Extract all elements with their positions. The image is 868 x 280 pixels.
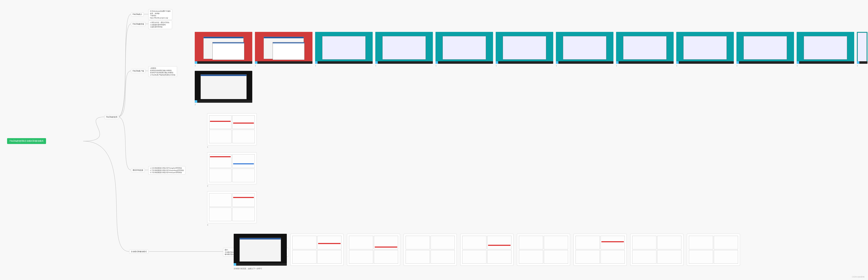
server-line-2: 3.服务器管理界面: [150, 26, 170, 28]
test-thumb-3[interactable]: [207, 191, 257, 223]
node-intro[interactable]: FileZilla简介: [131, 12, 144, 16]
client-thumb-4-label: 1: [375, 65, 376, 67]
client-line-3: 2.FileZilla客户端的使用(通过式安装): [150, 74, 176, 76]
client-thumb-9[interactable]: [676, 32, 734, 64]
test-text: 1.主目录权限显示界面-用户zengsha管理界面 2.子目录权限显示界面-用户…: [148, 166, 185, 175]
client-thumb-4[interactable]: [375, 32, 433, 64]
client-thumb-8-label: 1: [616, 65, 617, 67]
client-thumb-row2[interactable]: [195, 71, 252, 103]
test-line-1: 2.子目录权限显示界面-用户zhujunliang管理界面: [150, 169, 184, 172]
client-thumb-9-label: 1: [676, 65, 677, 67]
client-thumb-row2-label: 2: [195, 103, 196, 105]
test-line-2: 3.子目录权限显示界面-用户chenyan管理界面: [150, 172, 184, 174]
intro-text: 针对Windows的免费FTP服务 使界，加便捷 下载地址 https://fi…: [148, 9, 172, 20]
branch-mode[interactable]: 主动模式和被动模式: [129, 250, 148, 254]
client-thumb-5[interactable]: [435, 32, 493, 64]
mode-caption: 没有图片的页面，会默认下一步即可: [234, 268, 262, 270]
client-thumb-10-label: 1: [737, 65, 738, 67]
client-thumb-1[interactable]: [195, 32, 252, 64]
root-node[interactable]: FileZilla的使用$主动模式和被动模式: [7, 138, 46, 144]
root-title: FileZilla的使用$主动模式和被动模式: [9, 140, 43, 142]
mode-thumb-1[interactable]: [234, 234, 287, 266]
node-client-label: FileZilla客户端: [133, 70, 144, 72]
mode-thumb-3[interactable]: [347, 234, 400, 266]
client-thumb-6-label: 1: [496, 65, 497, 67]
mode-thumb-4[interactable]: [404, 234, 457, 266]
client-thumb-7-label: 1: [556, 65, 557, 67]
node-client[interactable]: FileZilla客户端: [131, 69, 146, 73]
client-line-2: 添加用户(添加权限已确认有模组): [150, 71, 176, 74]
client-thumb-1-label: 1: [195, 65, 196, 67]
branch-usage-label: FileZilla的使用: [106, 116, 117, 118]
test-thumb-3-label: 3: [207, 224, 208, 226]
mode-thumb-7[interactable]: [574, 234, 627, 266]
mode-thumb-6[interactable]: [517, 234, 570, 266]
server-line-0: 1.用安全凭证（通过式安装）: [150, 22, 170, 24]
client-thumb-6[interactable]: [496, 32, 553, 64]
client-thumb-12[interactable]: [857, 32, 867, 64]
client-thumb-8[interactable]: [616, 32, 674, 64]
client-thumb-2-label: 1: [255, 65, 256, 67]
node-test-label: 测试本地连接: [133, 169, 143, 171]
server-line-1: 2.设置服务器管理密码: [150, 24, 170, 26]
branch-mode-label: 主动模式和被动模式: [131, 251, 147, 253]
node-intro-label: FileZilla简介: [133, 13, 142, 15]
intro-line-3: https://filezilla-project.org/: [150, 17, 170, 19]
branch-usage[interactable]: FileZilla的使用: [104, 115, 119, 119]
test-line-0: 1.主目录权限显示界面-用户zengsha管理界面: [150, 167, 184, 169]
node-server[interactable]: FileZilla服务端: [131, 22, 146, 26]
client-thumb-10[interactable]: [737, 32, 794, 64]
test-thumb-2[interactable]: [207, 152, 257, 184]
client-thumb-11[interactable]: [797, 32, 854, 64]
node-server-label: FileZilla服务端: [133, 23, 144, 25]
client-thumb-5-label: 1: [435, 65, 437, 67]
mode-thumb-5[interactable]: [460, 234, 514, 266]
node-test[interactable]: 测试本地连接: [131, 168, 145, 172]
client-thumb-11-label: 1: [797, 65, 798, 67]
client-thumb-7[interactable]: [556, 32, 613, 64]
mode-thumb-8[interactable]: [630, 234, 683, 266]
intro-line-1: 使界，加便捷: [150, 12, 170, 15]
mode-thumb-9[interactable]: [687, 234, 740, 266]
intro-line-0: 针对Windows的免费FTP服务: [150, 10, 170, 12]
mode-thumb-2[interactable]: [290, 234, 343, 266]
client-thumb-12-label: 1: [857, 65, 858, 67]
test-thumb-2-label: 2: [207, 185, 208, 187]
client-thumb-2[interactable]: [255, 32, 312, 64]
server-text: 1.用安全凭证（通过式安装） 2.设置服务器管理密码 3.服务器管理界面: [148, 21, 172, 29]
test-thumb-1[interactable]: [207, 113, 257, 145]
client-thumb-3-label: 1: [315, 65, 316, 67]
intro-line-2: 下载地址: [150, 14, 170, 17]
client-thumb-3[interactable]: [315, 32, 373, 64]
client-line-1: 添加组(添加权限已确认有模组): [150, 69, 176, 72]
client-text: 1.配置组 添加组(添加权限已确认有模组) 添加用户(添加权限已确认有模组) 2…: [148, 66, 177, 77]
watermark: CSDN 链家赛博: [852, 276, 864, 278]
test-thumb-1-label: 1: [207, 146, 208, 148]
client-line-0: 1.配置组: [150, 67, 176, 69]
